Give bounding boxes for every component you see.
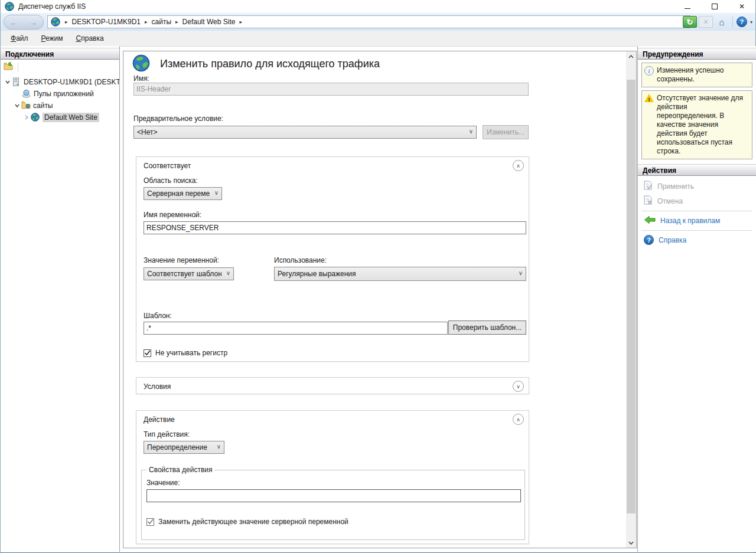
actions-separator [641,230,752,231]
menu-file[interactable]: Файл [4,32,35,45]
collapse-section-button[interactable]: ∧ [513,414,524,425]
actions-separator [641,211,752,211]
cancel-icon [644,195,653,207]
tree-item-label: сайты [33,102,53,110]
close-button[interactable]: ✕ [728,0,755,13]
actions-header: Действия [638,164,756,176]
stop-icon: ✕ [703,18,708,26]
navigation-buttons: ← → [4,15,44,30]
chevron-up-icon: ∧ [516,417,520,423]
replace-value-checkbox[interactable] [146,518,154,526]
toolbar-separator [18,63,18,72]
expand-section-button[interactable]: ∨ [513,381,524,392]
operation-value: Соответствует шаблону [147,270,221,278]
operation-label: Значение переменной: [144,256,219,264]
chevron-expanded-icon[interactable] [13,103,21,109]
forward-icon[interactable]: → [30,18,38,27]
test-pattern-button[interactable]: Проверить шаблон... [448,320,526,335]
chevron-down-icon: ∨ [226,270,230,276]
actions-list: Применить Отмена Назад к правилам ? Спра… [638,176,756,248]
conditions-section: Условия ∨ [136,377,529,394]
tree-item-label: DESKTOP-U1MK9D1 (DESKTOP [24,78,119,86]
chevron-down-icon: ∨ [516,384,520,390]
precondition-value: <Нет> [137,128,157,136]
action-properties-title: Свойства действия [146,466,214,474]
tree-item-sites[interactable]: сайты [1,100,119,112]
menu-help[interactable]: Справка [70,32,110,45]
scope-value: Серверная переменн [147,189,210,198]
menu-view[interactable]: Режим [35,32,70,45]
apply-action: Применить [638,179,756,194]
help-caret-icon[interactable]: ▾ [750,19,752,25]
variable-name-field[interactable] [144,221,526,234]
action-type-select[interactable]: Переопределение ∨ [144,441,224,454]
help-link[interactable]: ? Справка [638,233,756,247]
chevron-down-icon: ∨ [519,270,523,276]
refresh-button[interactable]: ↻ [683,16,697,28]
crumb-default-web-site[interactable]: Default Web Site [180,18,238,26]
collapse-section-button[interactable]: ∧ [513,160,524,171]
home-icon: ⌂ [719,18,724,27]
using-select[interactable]: Регулярные выражения ∨ [274,267,526,281]
edit-outbound-rule-page: Изменить правило для исходящего трафика … [123,51,637,548]
using-label: Использование: [274,256,327,264]
back-to-rules-label: Назад к правилам [660,217,720,225]
connections-header: Подключения [1,48,119,60]
warning-alert: ! Отсутствует значение для действия пере… [641,90,752,159]
using-value: Регулярные выражения [278,270,356,278]
cancel-label: Отмена [657,197,683,205]
tree-item-default-web-site[interactable]: Default Web Site [1,112,119,123]
scrollbar-thumb[interactable] [627,80,636,513]
edit-precondition-button: Изменить... [483,125,529,139]
ignore-case-checkbox[interactable] [144,349,151,357]
help-button[interactable]: ? [737,17,747,27]
name-field [133,83,529,96]
scroll-down-icon [628,540,634,546]
restore-icon [712,4,718,9]
address-bar: ← → ▸ DESKTOP-U1MK9D1 ▸ сайты ▸ Default … [1,13,755,31]
cancel-action: Отмена [638,194,756,208]
home-button[interactable]: ⌂ [715,16,729,28]
help-icon: ? [740,18,744,25]
restore-button[interactable] [701,0,728,13]
value-label: Значение: [146,479,180,487]
save-connection-icon[interactable] [4,62,14,73]
chevron-expanded-icon[interactable] [4,79,12,85]
crumb-separator-icon: ▸ [143,19,149,25]
crumb-separator-icon: ▸ [63,19,70,25]
vertical-scrollbar[interactable] [626,51,636,548]
sites-folder-icon [21,101,31,110]
back-icon[interactable]: ← [10,18,18,27]
operation-select[interactable]: Соответствует шаблону ∨ [144,267,234,280]
name-label: Имя: [133,74,149,83]
menu-bar: Файл Режим Справка [1,31,755,47]
tree-item-label-selected: Default Web Site [43,113,99,122]
action-section: Действие ∧ Тип действия: Переопределение… [136,410,529,544]
scroll-up-button[interactable] [626,51,636,61]
minimize-button[interactable] [674,0,701,13]
info-icon: i [644,66,654,84]
scope-label: Область поиска: [144,176,198,185]
tree-item-app-pools[interactable]: Пулы приложений [1,88,119,100]
connections-toolbar [1,60,119,75]
server-icon [12,77,21,87]
chevron-collapsed-icon[interactable] [22,114,31,120]
scroll-down-button[interactable] [626,538,636,548]
tree-item-server[interactable]: DESKTOP-U1MK9D1 (DESKTOP [1,76,119,88]
breadcrumb[interactable]: ▸ DESKTOP-U1MK9D1 ▸ сайты ▸ Default Web … [47,15,690,28]
iis-app-icon [5,2,14,11]
value-field[interactable] [146,489,521,502]
crumb-sites[interactable]: сайты [149,18,174,26]
crumb-server[interactable]: DESKTOP-U1MK9D1 [70,18,143,26]
toolbar-separator [732,17,733,27]
refresh-icon: ↻ [687,18,693,27]
app-pools-icon [22,89,31,99]
scope-select[interactable]: Серверная переменн ∨ [144,187,222,200]
page-globe-icon [132,54,150,72]
action-section-title: Действие [144,415,175,424]
precondition-select[interactable]: <Нет> ∨ [133,126,477,139]
pattern-field[interactable] [144,322,448,335]
tree-item-label: Пулы приложений [34,90,94,98]
back-to-rules-link[interactable]: Назад к правилам [638,214,756,228]
stop-button-disabled: ✕ [699,16,713,28]
